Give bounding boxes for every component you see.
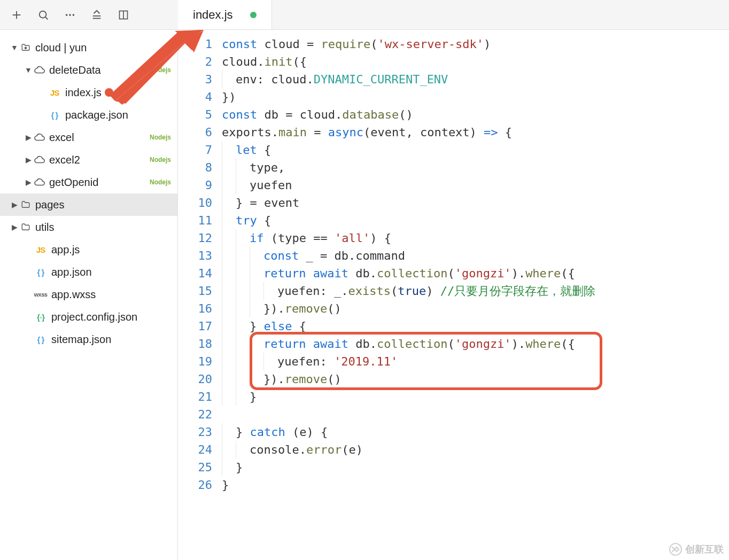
line-number: 21 (178, 388, 212, 406)
tree-item[interactable]: ▶excel2Nodejs (0, 149, 177, 171)
line-number: 10 (178, 194, 212, 212)
code-line[interactable]: }).remove() (220, 370, 724, 388)
caret-right-icon[interactable]: ▶ (10, 200, 19, 209)
tree-item[interactable]: ▶getOpenidNodejs (0, 171, 177, 193)
code-line[interactable]: yuefen: '2019.11' (220, 353, 724, 370)
line-number: 13 (178, 247, 212, 265)
watermark-text: 创新互联 (685, 543, 724, 556)
line-number: 17 (178, 317, 212, 335)
new-file-icon[interactable] (11, 9, 22, 21)
main-area: ▼cloud | yun▼deleteDataNodejsJSindex.js{… (0, 30, 729, 560)
tree-item[interactable]: JSindex.js (0, 81, 177, 104)
more-icon[interactable] (64, 9, 76, 21)
code-editor[interactable]: 1234567891011121314151617181920212223242… (178, 30, 729, 560)
tree-item[interactable]: ▼cloud | yun (0, 36, 177, 59)
folder-icon (19, 200, 32, 209)
tree-item-label: excel2 (49, 154, 80, 166)
tree-item[interactable]: ▶pages (0, 193, 177, 216)
code-line[interactable]: const _ = db.command (220, 247, 724, 265)
svg-point-4 (66, 14, 68, 16)
folder-icon (19, 43, 32, 52)
tree-item[interactable]: wxssapp.wxss (0, 283, 177, 306)
tree-item-label: index.js (65, 87, 102, 99)
code-line[interactable]: console.error(e) (220, 441, 724, 458)
caret-down-icon[interactable]: ▼ (10, 43, 19, 52)
tree-item[interactable]: ▼deleteDataNodejs (0, 59, 177, 81)
cloud-icon (33, 155, 46, 164)
code-line[interactable]: cloud.init({ (220, 53, 724, 71)
cloud-icon (33, 178, 46, 186)
code-line[interactable] (220, 406, 724, 423)
code-line[interactable]: try { (220, 212, 724, 229)
line-number: 18 (178, 335, 212, 353)
search-icon[interactable] (37, 9, 49, 21)
tree-item[interactable]: ▶utils (0, 216, 177, 238)
code-line[interactable]: const db = cloud.database() (220, 106, 724, 123)
code-line[interactable]: const cloud = require('wx-server-sdk') (220, 35, 724, 53)
caret-right-icon[interactable]: ▶ (24, 133, 33, 142)
tree-item-label: getOpenid (49, 176, 98, 189)
svg-line-3 (45, 17, 48, 19)
tree-item-label: app.js (51, 244, 80, 256)
code-line[interactable]: yuefen: _.exists(true) //只要月份字段存在，就删除 (220, 282, 724, 300)
nodejs-badge: Nodejs (150, 156, 171, 164)
json-file-icon: { } (33, 268, 48, 277)
code-line[interactable]: yuefen (220, 176, 724, 194)
svg-point-5 (69, 14, 71, 16)
tree-item[interactable]: {◦}project.config.json (0, 306, 177, 328)
caret-right-icon[interactable]: ▶ (10, 223, 19, 231)
code-line[interactable]: } (220, 476, 724, 494)
line-number: 23 (178, 423, 212, 441)
code-line[interactable]: }) (220, 88, 724, 106)
line-number: 15 (178, 282, 212, 300)
tree-item-label: app.json (51, 266, 92, 278)
tree-item[interactable]: JSapp.js (0, 238, 177, 261)
watermark-logo-icon (669, 543, 682, 556)
collapse-icon[interactable] (91, 9, 103, 21)
code-line[interactable]: return await db.collection('gongzi').whe… (220, 335, 724, 353)
code-line[interactable]: let { (220, 141, 724, 159)
line-number: 2 (178, 53, 212, 71)
code-content[interactable]: const cloud = require('wx-server-sdk')cl… (220, 35, 729, 560)
line-number: 25 (178, 458, 212, 476)
line-number: 3 (178, 71, 212, 88)
tree-item-label: package.json (65, 109, 128, 121)
tree-item[interactable]: { }app.json (0, 261, 177, 283)
tree-item[interactable]: { }sitemap.json (0, 328, 177, 351)
caret-right-icon[interactable]: ▶ (24, 178, 33, 186)
svg-point-2 (40, 11, 46, 18)
tab-index-js[interactable]: index.js (178, 0, 272, 29)
line-number: 8 (178, 159, 212, 176)
tree-item[interactable]: ▶excelNodejs (0, 126, 177, 149)
code-line[interactable]: }).remove() (220, 300, 724, 317)
line-number: 5 (178, 106, 212, 123)
code-line[interactable]: } catch (e) { (220, 423, 724, 441)
code-line[interactable]: } else { (220, 317, 724, 335)
config-file-icon: {◦} (33, 313, 48, 322)
caret-right-icon[interactable]: ▶ (24, 155, 33, 164)
split-icon[interactable] (118, 9, 129, 21)
code-line[interactable]: return await db.collection('gongzi').whe… (220, 265, 724, 282)
file-tree[interactable]: ▼cloud | yun▼deleteDataNodejsJSindex.js{… (0, 30, 178, 560)
code-line[interactable]: if (type == 'all') { (220, 229, 724, 247)
line-number: 16 (178, 300, 212, 317)
tree-item-label: project.config.json (51, 311, 137, 323)
caret-down-icon[interactable]: ▼ (24, 66, 33, 74)
line-number: 19 (178, 353, 212, 370)
tree-item-label: excel (49, 131, 74, 144)
line-number: 22 (178, 406, 212, 423)
js-file-icon: JS (33, 245, 48, 254)
code-line[interactable]: } (220, 388, 724, 406)
code-line[interactable]: } (220, 458, 724, 476)
code-line[interactable]: env: cloud.DYNAMIC_CURRENT_ENV (220, 71, 724, 88)
code-line[interactable]: exports.main = async(event, context) => … (220, 123, 724, 141)
line-number: 24 (178, 441, 212, 458)
tree-item-label: pages (35, 199, 65, 211)
svg-point-6 (73, 14, 75, 16)
code-line[interactable]: type, (220, 159, 724, 176)
line-number: 7 (178, 141, 212, 159)
sidebar-toolbar (0, 0, 178, 29)
tree-item[interactable]: { }package.json (0, 104, 177, 126)
cloud-icon (33, 66, 46, 74)
code-line[interactable]: } = event (220, 194, 724, 212)
